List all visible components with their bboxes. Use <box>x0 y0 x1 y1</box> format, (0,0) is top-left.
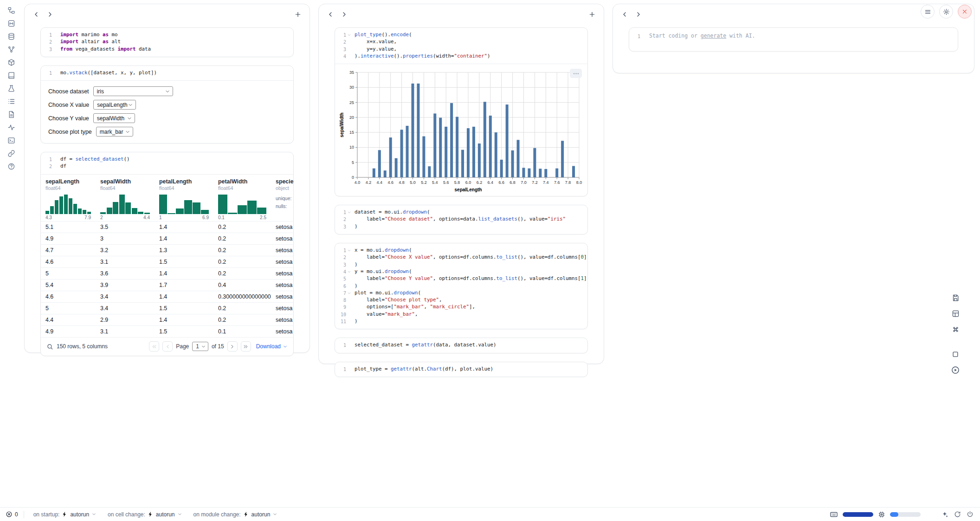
shutdown-button[interactable] <box>967 511 974 518</box>
sidebar-link-button[interactable] <box>5 147 18 160</box>
first-page-button[interactable] <box>149 341 159 352</box>
settings-button[interactable] <box>939 5 953 19</box>
code-line[interactable]: 2df <box>43 163 290 170</box>
code-line[interactable]: 3) <box>337 261 584 268</box>
code-line[interactable]: 1mo.vstack([dataset, x, y, plot]) <box>43 70 290 77</box>
sidebar-package-button[interactable] <box>5 56 18 69</box>
next-page-button[interactable] <box>227 341 238 352</box>
code-line[interactable]: 3from vega_datasets import data <box>43 46 290 53</box>
memory-usage-bar[interactable] <box>843 512 873 517</box>
run-all-cells-button[interactable] <box>948 363 962 377</box>
column-scroll-left-button[interactable] <box>619 8 631 20</box>
keyboard-icon-button[interactable] <box>830 510 838 519</box>
sidebar-snippets-button[interactable] <box>5 108 18 121</box>
code-editor-plot[interactable]: 1plot_type().encode(2 x=x.value,3 y=y.va… <box>335 28 587 64</box>
column-header-sepalLength[interactable]: sepalLengthfloat644.37.9 <box>41 175 96 221</box>
code-line[interactable]: 1dataset = mo.ui.dropdown( <box>337 209 584 216</box>
prev-page-button[interactable] <box>162 341 173 352</box>
column-header-sepalWidth[interactable]: sepalWidthfloat6424.4 <box>96 175 155 221</box>
table-row[interactable]: 53.41.50.2setosa <box>41 302 293 314</box>
table-row[interactable]: 4.931.40.2setosa <box>41 233 293 244</box>
sidebar-variables-button[interactable] <box>5 43 18 56</box>
restart-kernel-button[interactable] <box>954 511 961 518</box>
code-line[interactable]: 1df = selected_dataset() <box>43 156 290 163</box>
sidebar-help-button[interactable] <box>5 160 18 173</box>
code-editor-vstack[interactable]: 1mo.vstack([dataset, x, y, plot]) <box>41 66 293 81</box>
code-line[interactable]: 1import marimo as mo <box>43 32 290 39</box>
notebook-menu-button[interactable] <box>921 5 935 19</box>
sidebar-flask-button[interactable] <box>5 82 18 95</box>
code-editor-selected-dataset[interactable]: 1selected_dataset = getattr(data, datase… <box>335 338 587 352</box>
code-line[interactable]: 7plot = mo.ui.dropdown( <box>337 290 584 297</box>
sidebar-activity-button[interactable] <box>5 121 18 134</box>
table-row[interactable]: 5.43.91.70.4setosa <box>41 279 293 291</box>
table-row[interactable]: 4.63.41.40.30000000000000004setosa <box>41 291 293 302</box>
code-line[interactable]: 2import altair as alt <box>43 39 290 46</box>
ai-assistant-button[interactable] <box>941 511 948 518</box>
chart-actions-button[interactable] <box>570 69 582 78</box>
code-editor-xy-plot-dropdowns[interactable]: 1x = mo.ui.dropdown(2 label="Choose X va… <box>335 243 587 329</box>
cpu-usage-bar[interactable] <box>890 512 921 517</box>
code-line[interactable]: 2 label="Choose X value", options=df.col… <box>337 254 584 261</box>
column-header-species[interactable]: speciesobjectunique:nulls: <box>271 175 293 221</box>
last-page-button[interactable] <box>241 341 251 352</box>
choose-dataset-select[interactable]: iris <box>93 86 173 96</box>
sidebar-file-tree-button[interactable] <box>5 4 18 17</box>
on-startup-runtime-chip[interactable]: on startup: autorun <box>30 510 100 519</box>
table-row[interactable]: 53.61.40.2setosa <box>41 267 293 279</box>
code-line[interactable]: 1x = mo.ui.dropdown( <box>337 247 584 254</box>
table-row[interactable]: 5.13.51.40.2setosa <box>41 221 293 233</box>
code-line[interactable]: 1plot_type = getattr(alt.Chart(df), plot… <box>337 366 584 373</box>
code-line[interactable]: 3 y=y.value, <box>337 46 584 53</box>
column-header-petalLength[interactable]: petalLengthfloat6416.9 <box>155 175 213 221</box>
add-cell-button[interactable] <box>292 8 304 20</box>
altair-bar-chart[interactable]: 4.04.24.44.64.85.05.25.45.65.86.06.26.46… <box>339 68 586 194</box>
table-row[interactable]: 4.93.11.50.1setosa <box>41 326 293 337</box>
code-line[interactable]: 3) <box>337 223 584 230</box>
code-line[interactable]: 5 label="Choose Y value", options=df.col… <box>337 275 584 282</box>
table-row[interactable]: 4.73.21.30.2setosa <box>41 244 293 256</box>
code-line[interactable]: 4).interactive().properties(width="conta… <box>337 53 584 60</box>
code-editor-empty[interactable]: 1 Start coding or generate with AI. <box>629 28 958 51</box>
error-count-indicator[interactable]: 0 <box>6 511 18 518</box>
code-line[interactable]: 9 options=["mark_bar", "mark_circle"], <box>337 304 584 311</box>
column-header-petalWidth[interactable]: petalWidthfloat640.12.5 <box>213 175 271 221</box>
column-scroll-right-button[interactable] <box>44 8 56 20</box>
choose-plot-type-select[interactable]: mark_bar <box>96 127 133 137</box>
code-editor-dataset-dropdown[interactable]: 1dataset = mo.ui.dropdown(2 label="Choos… <box>335 205 587 234</box>
code-line[interactable]: 2 x=x.value, <box>337 39 584 46</box>
table-row[interactable]: 4.63.11.50.2setosa <box>41 256 293 267</box>
generate-with-ai-link[interactable]: generate <box>701 33 726 39</box>
table-row[interactable]: 4.42.91.40.2setosa <box>41 314 293 326</box>
code-line[interactable]: 1plot_type().encode( <box>337 32 584 39</box>
sidebar-outline-button[interactable] <box>5 95 18 108</box>
sidebar-terminal-button[interactable] <box>5 134 18 147</box>
sidebar-marimo-logo-button[interactable] <box>5 17 18 30</box>
keyboard-shortcuts-button[interactable] <box>948 322 962 336</box>
on-module-change-runtime-chip[interactable]: on module change: autorun <box>190 510 282 519</box>
code-editor-dataframe[interactable]: 1df = selected_dataset()2df <box>41 152 293 175</box>
sidebar-database-button[interactable] <box>5 30 18 43</box>
column-scroll-left-button[interactable] <box>30 8 42 20</box>
on-cell-change-runtime-chip[interactable]: on cell change: autorun <box>104 510 186 519</box>
code-line[interactable]: 10 value="mark_bar", <box>337 311 584 318</box>
cpu-icon-button[interactable] <box>878 511 885 518</box>
code-line[interactable]: 4y = mo.ui.dropdown( <box>337 268 584 275</box>
sidebar-book-button[interactable] <box>5 69 18 82</box>
code-line[interactable]: 2 label="Choose dataset", options=data.l… <box>337 216 584 223</box>
shutdown-close-button[interactable] <box>958 5 972 19</box>
column-scroll-left-button[interactable] <box>324 8 336 20</box>
save-notebook-button[interactable] <box>948 291 962 305</box>
page-select[interactable]: 1 <box>192 342 208 351</box>
column-scroll-right-button[interactable] <box>338 8 350 20</box>
stop-kernel-button[interactable] <box>948 347 962 361</box>
add-cell-button[interactable] <box>586 8 598 20</box>
code-line[interactable]: 8 label="Choose plot type", <box>337 297 584 304</box>
code-line[interactable]: 1selected_dataset = getattr(data, datase… <box>337 342 584 349</box>
code-line[interactable]: 6) <box>337 283 584 290</box>
choose-y-value-select[interactable]: sepalWidth <box>93 113 135 123</box>
download-button[interactable]: Download <box>256 343 288 350</box>
code-line[interactable]: 11) <box>337 318 584 325</box>
code-editor-imports[interactable]: 1import marimo as mo2import altair as al… <box>41 28 293 57</box>
layout-select-button[interactable] <box>948 306 962 320</box>
